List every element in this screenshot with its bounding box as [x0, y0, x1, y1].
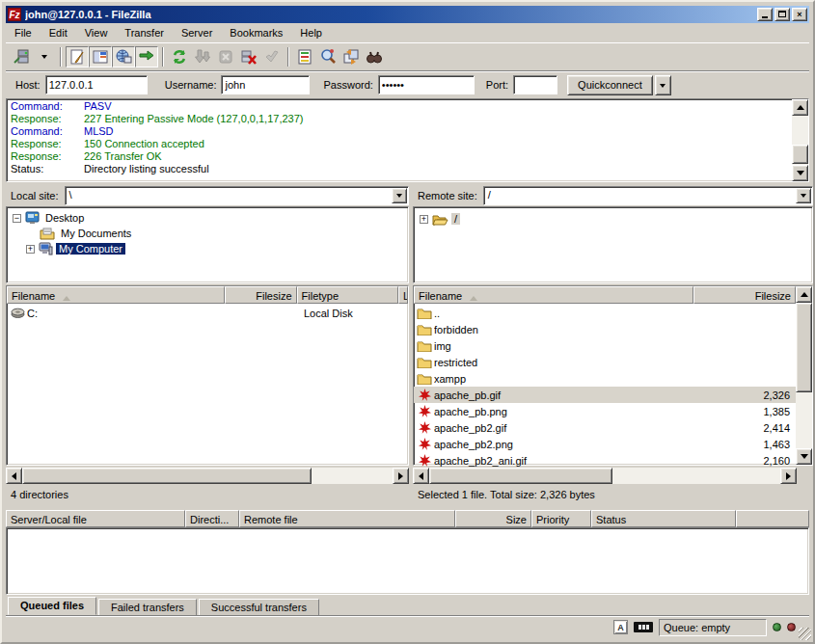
disconnect-button[interactable]	[237, 46, 260, 67]
synchronized-browsing-button[interactable]	[340, 46, 363, 67]
tree-item-root[interactable]: + /	[420, 211, 460, 227]
local-tree: − Desktop My Documents + My Computer	[6, 206, 409, 283]
column-filename[interactable]: Filename	[7, 286, 225, 304]
collapse-icon[interactable]: −	[13, 214, 21, 223]
scroll-up-button[interactable]	[796, 286, 812, 303]
remote-file-row[interactable]: apache_pb2_ani.gif 2,160	[414, 452, 796, 469]
remote-list-columns: Filename Filesize	[414, 286, 796, 304]
abort-button[interactable]	[260, 46, 284, 67]
remote-file-row[interactable]: xampp	[414, 370, 796, 387]
filter-button[interactable]	[293, 46, 316, 67]
password-input[interactable]	[378, 75, 475, 94]
expand-icon[interactable]: +	[420, 215, 428, 224]
scroll-down-button[interactable]	[796, 448, 812, 465]
column-direction[interactable]: Directi...	[185, 510, 239, 527]
menu-transfer[interactable]: Transfer	[116, 25, 173, 40]
remote-list-horizontal-scrollbar[interactable]	[413, 468, 797, 484]
tab-queued-files[interactable]: Queued files	[8, 597, 96, 615]
remote-site-combo-dropdown[interactable]	[796, 188, 811, 203]
scrollbar-thumb[interactable]	[22, 468, 312, 484]
column-filename[interactable]: Filename	[414, 286, 693, 304]
tab-failed-transfers[interactable]: Failed transfers	[98, 599, 197, 615]
cancel-operation-button[interactable]	[214, 46, 237, 67]
column-status[interactable]: Status	[591, 510, 736, 527]
transfer-type-icon[interactable]: A	[613, 620, 628, 634]
window-title: john@127.0.0.1 - FileZilla	[25, 9, 757, 20]
remote-file-row[interactable]: ..	[414, 305, 796, 321]
column-server-local-file[interactable]: Server/Local file	[6, 510, 185, 527]
tree-item-desktop[interactable]: − Desktop	[13, 210, 87, 226]
tree-item-my-documents[interactable]: My Documents	[40, 226, 134, 241]
remote-site-combo[interactable]: /	[483, 186, 813, 205]
open-folder-icon	[432, 213, 448, 226]
find-files-button[interactable]	[363, 46, 386, 67]
expand-icon[interactable]: +	[26, 245, 35, 254]
log-line: Response:226 Transfer OK	[11, 150, 792, 163]
menu-server[interactable]: Server	[173, 25, 221, 40]
image-file-icon	[417, 454, 432, 467]
remote-file-row[interactable]: forbidden	[414, 321, 796, 337]
scroll-left-button[interactable]	[6, 468, 22, 484]
toggle-message-log-button[interactable]	[66, 46, 89, 67]
queue-list[interactable]	[6, 527, 809, 595]
host-input[interactable]	[45, 75, 148, 94]
remote-site-header: Remote site: /	[413, 185, 813, 205]
resize-grip[interactable]	[799, 628, 811, 640]
remote-file-row[interactable]: img	[414, 337, 796, 354]
quickconnect-button[interactable]: Quickconnect	[567, 75, 653, 95]
scrollbar-thumb[interactable]	[429, 468, 612, 484]
menu-view[interactable]: View	[76, 25, 117, 40]
queue-tabs: Queued files Failed transfers Successful…	[8, 597, 809, 615]
close-button[interactable]: ×	[792, 8, 807, 21]
local-site-combo[interactable]: \	[65, 186, 409, 205]
tree-item-my-computer[interactable]: + My Computer	[26, 241, 125, 256]
scrollbar-thumb[interactable]	[792, 145, 808, 164]
scroll-right-button[interactable]	[780, 468, 797, 484]
menu-help[interactable]: Help	[291, 25, 331, 40]
remote-file-row[interactable]: apache_pb2.gif 2,414	[414, 419, 796, 436]
site-manager-button[interactable]	[10, 46, 33, 67]
column-priority[interactable]: Priority	[531, 510, 591, 527]
scrollbar-thumb[interactable]	[796, 303, 812, 392]
column-remote-file[interactable]: Remote file	[239, 510, 455, 527]
local-list-horizontal-scrollbar[interactable]	[6, 468, 409, 484]
site-manager-dropdown[interactable]	[33, 46, 56, 67]
scroll-right-button[interactable]	[393, 468, 409, 484]
menu-bookmarks[interactable]: Bookmarks	[221, 25, 291, 40]
column-last-modified[interactable]: L	[398, 286, 408, 304]
column-size[interactable]: Size	[455, 510, 531, 527]
local-file-row[interactable]: C: Local Disk	[7, 305, 408, 321]
log-vertical-scrollbar[interactable]	[792, 99, 808, 181]
find-files-icon	[366, 48, 383, 66]
minimize-button[interactable]	[757, 8, 773, 21]
username-input[interactable]	[221, 75, 310, 94]
remote-file-row[interactable]: restricted	[414, 354, 796, 370]
remote-list-vertical-scrollbar[interactable]	[796, 286, 812, 465]
remote-file-row[interactable]: apache_pb.png 1,385	[414, 403, 796, 419]
scroll-left-button[interactable]	[413, 468, 429, 484]
process-queue-button[interactable]	[191, 46, 214, 67]
column-filetype[interactable]: Filetype	[297, 286, 398, 304]
directory-comparison-button[interactable]	[316, 46, 340, 67]
app-icon[interactable]: Fz	[8, 8, 21, 21]
column-filesize[interactable]: Filesize	[225, 286, 297, 304]
refresh-button[interactable]	[168, 46, 191, 67]
menu-file[interactable]: File	[6, 25, 41, 40]
maximize-button[interactable]	[774, 8, 790, 21]
tab-successful-transfers[interactable]: Successful transfers	[199, 599, 319, 615]
menu-edit[interactable]: Edit	[41, 25, 76, 40]
toggle-remote-tree-button[interactable]	[112, 46, 135, 67]
quickconnect-dropdown[interactable]	[655, 75, 671, 95]
remote-file-row[interactable]: apache_pb2.png 1,463	[414, 436, 796, 452]
toggle-local-tree-button[interactable]	[89, 46, 112, 67]
speedlimit-badge-icon[interactable]	[634, 622, 653, 632]
port-input[interactable]	[513, 75, 557, 94]
scroll-down-button[interactable]	[792, 165, 808, 181]
local-site-label: Local site:	[11, 190, 59, 201]
title-bar[interactable]: Fz john@127.0.0.1 - FileZilla ×	[6, 6, 809, 23]
remote-file-row-selected[interactable]: apache_pb.gif 2,326	[414, 387, 796, 403]
toggle-transfer-queue-button[interactable]	[135, 46, 158, 67]
column-filesize[interactable]: Filesize	[693, 286, 796, 304]
scroll-up-button[interactable]	[792, 99, 808, 116]
local-site-combo-dropdown[interactable]	[392, 188, 407, 203]
